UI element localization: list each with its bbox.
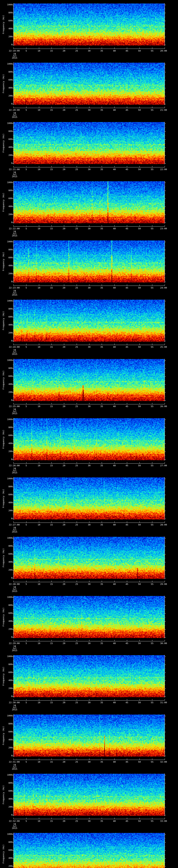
y-tick-label: 200 xyxy=(4,746,12,749)
x-minute-tick-label: 40 xyxy=(113,524,116,526)
x-minute-tick-label: 5 xyxy=(26,583,27,585)
x-minute-tick-label: 20 xyxy=(63,227,65,230)
x-minute-tick-label: 10 xyxy=(37,109,40,111)
y-tick-label: 1000 xyxy=(4,477,12,480)
x-minute-tick-label: 5 xyxy=(26,524,27,526)
spectrogram-panel: Frequency (Hz) 22:33:00 34:00 18 Jul 201… xyxy=(0,830,178,868)
x-minute-tick-label: 10 xyxy=(37,642,40,645)
spectrogram-panel: Frequency (Hz) 22:23:00 24:00 18 Jul 201… xyxy=(0,237,178,296)
x-axis-start-time-label: 22:28:00 xyxy=(9,583,20,585)
date-year-label: 2015 xyxy=(12,827,17,830)
y-tick-label: 200 xyxy=(4,35,12,38)
y-tick-label: 1000 xyxy=(4,596,12,598)
x-minute-tick-label: 45 xyxy=(125,405,128,408)
spectrogram-panel: Frequency (Hz) 22:22:00 23:00 18 Jul 201… xyxy=(0,178,178,237)
y-tick-label: 600 xyxy=(4,671,12,674)
x-minute-tick-label: 20 xyxy=(63,642,65,645)
x-axis-end-time-label: 24:00 xyxy=(160,287,167,289)
spectrogram-panel: Frequency (Hz) 22:24:00 25:00 18 Jul 201… xyxy=(0,296,178,355)
x-axis-start-time-label: 22:19:00 xyxy=(9,50,20,52)
x-axis-start-time-label: 22:20:00 xyxy=(9,109,20,111)
x-minute-tick-label: 30 xyxy=(88,464,91,467)
y-tick-label: 600 xyxy=(4,553,12,555)
x-minute-tick-label: 20 xyxy=(63,168,65,170)
x-minute-tick-label: 20 xyxy=(63,701,65,704)
y-tick-label: 200 xyxy=(4,391,12,393)
x-minute-tick-label: 20 xyxy=(63,50,65,52)
y-tick-label: 800 xyxy=(4,11,12,14)
y-tick-label: 600 xyxy=(4,849,12,851)
x-minute-tick-label: 50 xyxy=(138,405,141,408)
y-tick-label: 800 xyxy=(4,71,12,73)
x-minute-tick-label: 40 xyxy=(113,405,116,408)
x-minute-tick-label: 35 xyxy=(100,405,103,408)
x-minute-tick-label: 25 xyxy=(75,761,78,763)
y-tick-label: 600 xyxy=(4,138,12,141)
x-axis-start-time-label: 22:27:00 xyxy=(9,524,20,526)
x-minute-tick-label: 50 xyxy=(138,761,141,763)
date-year-label: 2015 xyxy=(12,590,17,592)
y-tick-label: 0 xyxy=(4,162,12,164)
x-minute-tick-label: 40 xyxy=(113,227,116,230)
date-year-label: 2015 xyxy=(12,412,17,415)
x-minute-tick-label: 10 xyxy=(37,583,40,585)
y-tick-label: 1000 xyxy=(4,122,12,124)
x-minute-tick-label: 20 xyxy=(63,464,65,467)
x-minute-tick-label: 15 xyxy=(50,583,53,585)
x-minute-tick-label: 30 xyxy=(88,168,91,170)
x-minute-tick-label: 25 xyxy=(75,820,78,823)
date-year-label: 2015 xyxy=(12,353,17,355)
x-axis-end-time-label: 22:00 xyxy=(160,168,167,170)
x-minute-tick-label: 40 xyxy=(113,109,116,111)
y-tick-label: 200 xyxy=(4,806,12,808)
x-minute-tick-label: 35 xyxy=(100,701,103,704)
date-year-label: 2015 xyxy=(12,175,17,178)
x-minute-tick-label: 15 xyxy=(50,820,53,823)
spectrogram-panel: Frequency (Hz) 22:30:00 31:00 18 Jul 201… xyxy=(0,652,178,711)
y-axis-label: Frequency (Hz) xyxy=(2,608,5,626)
x-minute-tick-label: 55 xyxy=(151,464,153,467)
x-minute-tick-label: 45 xyxy=(125,701,128,704)
x-minute-tick-label: 50 xyxy=(138,701,141,704)
x-minute-tick-label: 5 xyxy=(26,227,27,230)
x-axis-end-time-label: 21:00 xyxy=(160,109,167,111)
x-axis-end-time-label: 27:00 xyxy=(160,464,167,467)
y-tick-label: 400 xyxy=(4,501,12,504)
y-tick-label: 400 xyxy=(4,739,12,741)
y-tick-label: 400 xyxy=(4,146,12,148)
x-minute-tick-label: 45 xyxy=(125,168,128,170)
spectrogram-panel: Frequency (Hz) 22:31:00 32:00 18 Jul 201… xyxy=(0,711,178,770)
y-tick-label: 0 xyxy=(4,754,12,757)
x-minute-tick-label: 10 xyxy=(37,287,40,289)
x-minute-tick-label: 10 xyxy=(37,227,40,230)
x-minute-tick-label: 50 xyxy=(138,346,141,348)
y-tick-label: 800 xyxy=(4,308,12,310)
x-minute-tick-label: 5 xyxy=(26,109,27,111)
x-minute-tick-label: 20 xyxy=(63,405,65,408)
y-tick-label: 600 xyxy=(4,790,12,792)
x-minute-tick-label: 55 xyxy=(151,405,153,408)
x-axis-end-time-label: 23:00 xyxy=(160,227,167,230)
x-minute-tick-label: 50 xyxy=(138,50,141,52)
x-minute-tick-label: 40 xyxy=(113,820,116,823)
x-minute-tick-label: 55 xyxy=(151,346,153,348)
x-minute-tick-label: 50 xyxy=(138,109,141,111)
x-minute-tick-label: 45 xyxy=(125,346,128,348)
y-tick-label: 400 xyxy=(4,205,12,208)
x-minute-tick-label: 25 xyxy=(75,287,78,289)
spectrogram-panel: Frequency (Hz) 22:25:00 26:00 18 Jul 201… xyxy=(0,355,178,415)
x-minute-tick-label: 20 xyxy=(63,820,65,823)
y-axis-label: Frequency (Hz) xyxy=(2,489,5,508)
x-minute-tick-label: 10 xyxy=(37,701,40,704)
x-minute-tick-label: 35 xyxy=(100,583,103,585)
spectrogram-panel: Frequency (Hz) 22:19:00 20:00 18 Jul 201… xyxy=(0,0,178,59)
x-minute-tick-label: 10 xyxy=(37,168,40,170)
spectrogram-stack: Frequency (Hz) 22:19:00 20:00 18 Jul 201… xyxy=(0,0,178,868)
y-tick-label: 1000 xyxy=(4,774,12,776)
x-minute-tick-label: 40 xyxy=(113,761,116,763)
y-tick-label: 200 xyxy=(4,569,12,571)
y-tick-label: 0 xyxy=(4,577,12,579)
y-tick-label: 1000 xyxy=(4,300,12,302)
x-minute-tick-label: 40 xyxy=(113,464,116,467)
y-tick-label: 800 xyxy=(4,248,12,251)
